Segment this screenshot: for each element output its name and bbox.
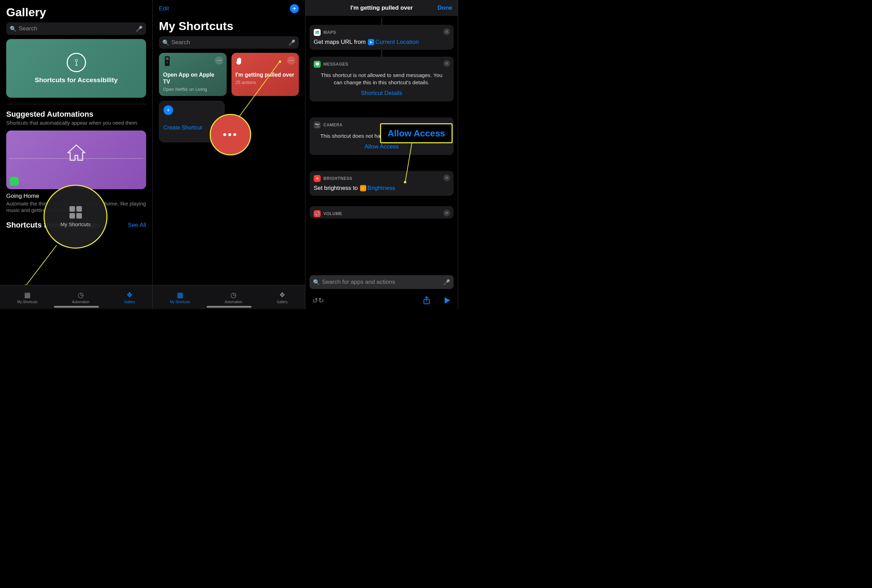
token-label: Brightness [368, 185, 395, 192]
close-icon[interactable]: ✕ [443, 60, 450, 67]
tab-my-shortcuts[interactable]: ▦ My Shortcuts [170, 291, 190, 304]
action-messages[interactable]: ✕ 💬 MESSAGES This shortcut is not allowe… [310, 57, 454, 102]
token-current-location[interactable]: ➤ Current Location [368, 39, 419, 46]
shortcut-details-link[interactable]: Shortcut Details [314, 90, 450, 98]
header-title: I'm getting pulled over [350, 4, 413, 11]
allow-access-link[interactable]: Allow Access [314, 143, 450, 151]
tab-gallery[interactable]: ❖ Gallery [124, 291, 135, 304]
search-placeholder: Search [19, 25, 136, 32]
tab-my-shortcuts[interactable]: ▦ My Shortcuts [17, 291, 37, 304]
highlight-allow-access: Allow Access [380, 123, 453, 143]
spacer [310, 102, 454, 117]
nav-row: Edit + [153, 0, 305, 14]
action-maps[interactable]: ✕ 🗺️ MAPS Get maps URL from ➤ Current Lo… [310, 25, 454, 50]
add-button[interactable]: + [290, 4, 299, 13]
done-button[interactable]: Done [438, 4, 453, 11]
banner-accessibility[interactable]: ⟟ Shortcuts for Accessibility [6, 39, 146, 98]
token-brightness[interactable]: 𝑥 Brightness [360, 185, 395, 192]
tile-sub: 25 actions [236, 80, 295, 85]
see-all-link[interactable]: See All [128, 222, 146, 229]
green-chip-icon [10, 177, 19, 186]
action-name: MAPS [323, 30, 336, 35]
stack-icon: ❖ [126, 291, 133, 299]
search-icon: 🔍 [10, 26, 17, 32]
close-icon[interactable]: ✕ [443, 210, 450, 216]
page-title: Gallery [0, 0, 152, 22]
variable-icon: 𝑥 [360, 185, 366, 191]
connector-line [25, 245, 70, 290]
card-desc: Automate the things you do when heading … [0, 200, 152, 219]
more-icon[interactable]: ⋯ [215, 56, 223, 64]
remote-icon [163, 57, 171, 65]
action-name: VOLUME [323, 211, 342, 216]
messages-icon: 💬 [314, 61, 320, 68]
tab-bar: ▦ My Shortcuts ◷ Automation ❖ Gallery [0, 285, 152, 309]
clock-icon: ◷ [230, 291, 236, 299]
svg-line-0 [26, 245, 57, 285]
spacer [310, 196, 454, 206]
search-input[interactable]: 🔍 Search 🎤 [159, 36, 299, 49]
stack-icon: ❖ [279, 291, 286, 299]
volume-icon: 🔊 [314, 210, 320, 217]
action-message: This shortcut is not allowed to send mes… [314, 70, 450, 90]
home-indicator[interactable] [207, 306, 251, 308]
action-list[interactable]: ✕ 🗺️ MAPS Get maps URL from ➤ Current Lo… [305, 16, 458, 219]
share-button[interactable] [423, 296, 430, 304]
action-name: CAMERA [323, 123, 343, 128]
plus-icon: + [164, 105, 173, 115]
tab-automation[interactable]: ◷ Automation [72, 291, 90, 304]
page-title: My Shortcuts [153, 14, 305, 36]
shortcut-tiles: ⋯ Open App on Apple TV Open Netflix on L… [153, 53, 305, 101]
redo-button[interactable]: ↻ [318, 296, 324, 304]
action-search-input[interactable]: 🔍 Search for apps and actions 🎤 [310, 275, 454, 289]
action-text: Set brightness to [314, 185, 358, 192]
tile-pulled-over[interactable]: ⋯ I'm getting pulled over 25 actions [232, 53, 299, 96]
action-volume[interactable]: ✕ 🔊 VOLUME [310, 206, 454, 219]
tile-title: I'm getting pulled over [236, 72, 295, 78]
action-brightness[interactable]: ✕ ☀ BRIGHTNESS Set brightness to 𝑥 Brigh… [310, 171, 454, 196]
apps-heading: Shortcuts from Your Apps [6, 220, 100, 230]
tab-label: Automation [225, 300, 242, 304]
apps-section-header: Shortcuts from Your Apps See All [0, 219, 152, 230]
mic-icon[interactable]: 🎤 [443, 279, 450, 285]
svg-point-3 [167, 62, 168, 63]
accessibility-icon: ⟟ [67, 53, 86, 72]
clock-icon: ◷ [78, 291, 84, 299]
tile-open-app-appletv[interactable]: ⋯ Open App on Apple TV Open Netflix on L… [159, 53, 227, 96]
house-icon [66, 144, 87, 162]
close-icon[interactable]: ✕ [443, 174, 450, 181]
banner-text: Shortcuts for Accessibility [35, 76, 117, 84]
run-button[interactable] [444, 297, 451, 304]
token-label: Current Location [376, 39, 419, 46]
tab-label: Gallery [124, 300, 135, 304]
home-indicator[interactable] [54, 306, 99, 308]
brightness-icon: ☀ [314, 175, 320, 182]
search-input[interactable]: 🔍 Search 🎤 [6, 22, 146, 35]
suggested-subtext: Shortcuts that automatically appear when… [0, 119, 152, 130]
tab-automation[interactable]: ◷ Automation [225, 291, 242, 304]
grid-icon: ▦ [24, 291, 31, 299]
tab-bar: ▦ My Shortcuts ◷ Automation ❖ Gallery [153, 285, 305, 309]
search-placeholder: Search for apps and actions [322, 279, 443, 285]
action-text: Get maps URL from [314, 39, 366, 46]
shortcut-tiles-row2: + Create Shortcut [153, 101, 305, 147]
action-name: MESSAGES [323, 62, 348, 67]
divider [6, 104, 146, 104]
more-icon[interactable]: ⋯ [287, 56, 295, 64]
card-title: Going Home [0, 193, 152, 200]
edit-button[interactable]: Edit [159, 5, 169, 12]
search-icon: 🔍 [313, 279, 320, 285]
close-icon[interactable]: ✕ [443, 28, 450, 35]
mic-icon[interactable]: 🎤 [289, 39, 295, 46]
undo-button[interactable]: ↺ [312, 296, 318, 304]
mic-icon[interactable]: 🎤 [136, 26, 143, 32]
tile-create-shortcut[interactable]: + Create Shortcut [159, 101, 224, 142]
card-going-home[interactable] [6, 130, 146, 189]
tab-label: Automation [72, 300, 90, 304]
editor-header: I'm getting pulled over Done [305, 0, 458, 16]
highlight-dot [279, 60, 281, 63]
flow-line [382, 18, 382, 25]
editor-toolbar: ↺ ↻ [305, 292, 458, 309]
tile-sub: Open Netflix on Living [163, 87, 223, 92]
tab-gallery[interactable]: ❖ Gallery [277, 291, 288, 304]
